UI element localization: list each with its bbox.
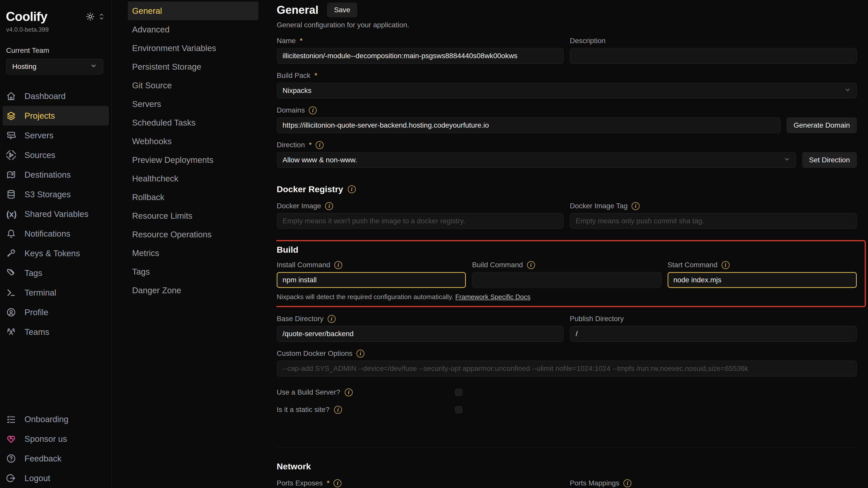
tab-scheduled-tasks[interactable]: Scheduled Tasks [128, 113, 258, 132]
sidebar-item-label: Terminal [25, 288, 56, 297]
sidebar-item-teams[interactable]: Teams [3, 322, 109, 342]
tab-healthcheck[interactable]: Healthcheck [128, 169, 258, 188]
publish-directory-input[interactable] [570, 326, 857, 342]
sidebar-item-label: Projects [25, 111, 55, 121]
framework-docs-link[interactable]: Framework Specific Docs [455, 293, 530, 301]
description-input[interactable] [570, 48, 857, 64]
sidebar-item-label: Dashboard [25, 91, 65, 101]
users-icon [6, 327, 16, 337]
tab-general[interactable]: General [128, 2, 258, 20]
checklist-icon [6, 414, 16, 424]
sidebar-item-tags[interactable]: Tags [3, 263, 109, 283]
domains-input[interactable] [277, 117, 780, 133]
generate-domain-button[interactable]: Generate Domain [787, 117, 857, 133]
info-icon[interactable]: i [334, 261, 342, 269]
tab-advanced[interactable]: Advanced [128, 20, 258, 39]
save-button[interactable]: Save [327, 3, 357, 17]
info-icon[interactable]: i [334, 406, 342, 414]
info-icon[interactable]: i [527, 261, 535, 269]
info-icon[interactable]: i [623, 479, 631, 487]
build-heading: Build [277, 245, 298, 255]
team-select[interactable]: Hosting [6, 59, 103, 75]
info-icon[interactable]: i [328, 315, 336, 323]
tab-git-source[interactable]: Git Source [128, 76, 258, 95]
custom-docker-options-input[interactable] [277, 361, 857, 376]
direction-select[interactable]: Allow www & non-www. [277, 152, 796, 168]
page-title: General [277, 4, 318, 16]
tab-rollback[interactable]: Rollback [128, 188, 258, 206]
build-pack-select[interactable]: Nixpacks [277, 83, 857, 98]
app-version: v4.0.0-beta.399 [0, 26, 112, 33]
collapse-chevrons-icon[interactable] [99, 13, 104, 21]
info-icon[interactable]: i [348, 185, 356, 193]
sidebar-item-notifications[interactable]: Notifications [3, 224, 109, 243]
use-build-server-checkbox[interactable] [455, 389, 462, 396]
sidebar-item-label: Feedback [25, 454, 61, 463]
tab-webhooks[interactable]: Webhooks [128, 132, 258, 151]
info-icon[interactable]: i [309, 107, 317, 114]
sidebar-item-projects[interactable]: Projects [3, 106, 109, 125]
info-icon[interactable]: i [316, 141, 323, 149]
git-icon [6, 150, 16, 160]
docker-image-input[interactable] [277, 213, 564, 229]
info-icon[interactable]: i [334, 479, 341, 487]
sidebar-footer: Onboarding Sponsor us Feedback Logout [0, 409, 112, 488]
sidebar-item-dashboard[interactable]: Dashboard [3, 86, 109, 106]
build-pack-value: Nixpacks [282, 87, 312, 95]
sidebar: Coolify v4.0.0-beta.399 Current Team Hos… [0, 0, 112, 488]
custom-docker-options-label: Custom Docker Options [277, 349, 352, 357]
logout-icon [6, 473, 16, 483]
sidebar-item-label: S3 Storages [25, 190, 71, 199]
settings-nav-column: General Advanced Environment Variables P… [112, 0, 276, 488]
team-select-value: Hosting [12, 62, 36, 71]
tab-servers[interactable]: Servers [128, 95, 258, 113]
install-command-input[interactable] [277, 272, 466, 288]
name-label: Name [277, 37, 296, 45]
info-icon[interactable]: i [325, 202, 333, 210]
sidebar-item-sponsor-us[interactable]: Sponsor us [3, 429, 109, 449]
sidebar-item-label: Onboarding [25, 414, 68, 424]
sidebar-item-logout[interactable]: Logout [3, 468, 109, 488]
tab-metrics[interactable]: Metrics [128, 244, 258, 262]
tab-danger-zone[interactable]: Danger Zone [128, 281, 258, 299]
docker-image-label: Docker Image [277, 202, 321, 210]
theme-sun-icon[interactable] [86, 12, 95, 21]
settings-nav: General Advanced Environment Variables P… [128, 2, 258, 299]
tab-environment-variables[interactable]: Environment Variables [128, 39, 258, 57]
sidebar-item-label: Sources [25, 150, 55, 160]
sidebar-item-profile[interactable]: Profile [3, 303, 109, 322]
sidebar-item-servers[interactable]: Servers [3, 125, 109, 145]
home-icon [6, 91, 16, 101]
sidebar-item-keys-tokens[interactable]: Keys & Tokens [3, 243, 109, 263]
info-icon[interactable]: i [345, 389, 353, 396]
set-direction-button[interactable]: Set Direction [802, 152, 857, 168]
info-icon[interactable]: i [722, 261, 730, 269]
sidebar-item-onboarding[interactable]: Onboarding [3, 409, 109, 429]
nixpacks-note: Nixpacks will detect the required config… [277, 293, 857, 301]
start-command-input[interactable] [668, 272, 857, 288]
tab-tags[interactable]: Tags [128, 262, 258, 281]
sidebar-item-s3-storages[interactable]: S3 Storages [3, 184, 109, 204]
tab-preview-deployments[interactable]: Preview Deployments [128, 151, 258, 169]
sidebar-item-label: Tags [25, 268, 42, 278]
docker-image-tag-input[interactable] [570, 213, 857, 229]
name-input[interactable] [277, 48, 564, 64]
static-site-checkbox[interactable] [455, 406, 462, 413]
info-icon[interactable]: i [356, 350, 364, 357]
tab-persistent-storage[interactable]: Persistent Storage [128, 57, 258, 76]
base-directory-input[interactable] [277, 326, 564, 342]
sidebar-item-sources[interactable]: Sources [3, 145, 109, 165]
sidebar-item-destinations[interactable]: Destinations [3, 165, 109, 184]
tag-icon [6, 268, 16, 278]
start-command-label: Start Command [668, 261, 718, 269]
tab-resource-limits[interactable]: Resource Limits [128, 206, 258, 225]
sidebar-item-shared-variables[interactable]: (x) Shared Variables [3, 204, 109, 224]
sidebar-item-feedback[interactable]: Feedback [3, 449, 109, 468]
build-command-input[interactable] [472, 272, 661, 288]
sidebar-item-terminal[interactable]: Terminal [3, 283, 109, 303]
sidebar-item-label: Destinations [25, 170, 71, 180]
tab-resource-operations[interactable]: Resource Operations [128, 225, 258, 244]
info-icon[interactable]: i [631, 202, 640, 210]
main-content: General Save General configuration for y… [276, 0, 868, 488]
help-icon [6, 454, 16, 463]
